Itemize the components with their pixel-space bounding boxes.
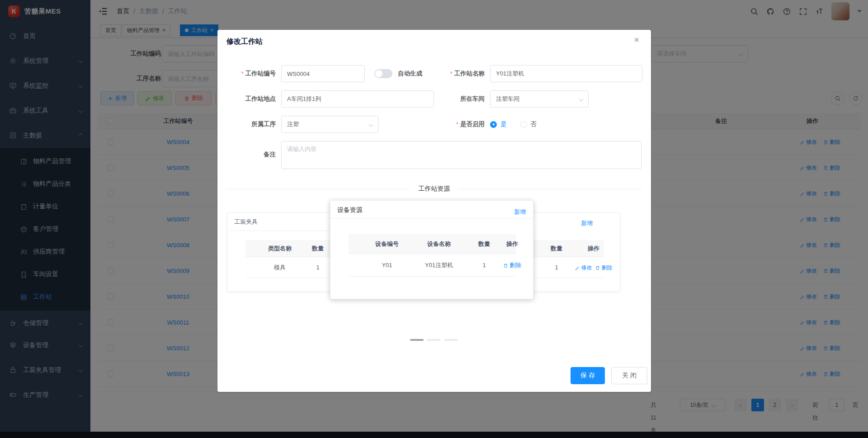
enabled-label: 是否启用 <box>416 116 485 133</box>
workshop-select[interactable]: 注塑车间 <box>490 90 589 108</box>
auto-generate-toggle[interactable] <box>374 69 392 78</box>
remark-label: 备注 <box>217 146 276 163</box>
code-input[interactable] <box>281 65 365 82</box>
device-add-link[interactable]: 新增 <box>514 208 526 216</box>
enabled-radio-group: 是 否 <box>490 116 537 133</box>
pencil-icon <box>575 265 580 270</box>
radio-yes[interactable]: 是 <box>490 120 507 128</box>
radio-checked-icon <box>490 121 497 128</box>
right-panel-add-link[interactable]: 新增 <box>581 219 593 227</box>
code-label: 工作站编号 <box>217 65 276 82</box>
chevron-down-icon <box>369 122 373 127</box>
name-input[interactable] <box>490 65 642 82</box>
device-row: Y01 Y01注塑机 1 删除 <box>349 254 516 277</box>
trash-icon <box>595 265 600 270</box>
chevron-down-icon <box>579 97 584 101</box>
modal-title: 修改工作站 <box>226 37 263 47</box>
workshop-label: 所在车间 <box>416 90 485 108</box>
carousel-dash[interactable] <box>444 339 458 341</box>
resource-carousel-indicators <box>410 339 458 341</box>
resources-divider: 工作站资源 <box>226 189 642 189</box>
app-window: K 苦糖果MES 首页 系统管理 系统监控 系统工具 主数据 <box>0 0 868 438</box>
close-button[interactable]: 关 闭 <box>611 367 647 384</box>
right-row-delete-link[interactable]: 删除 <box>595 257 613 278</box>
radio-no[interactable]: 否 <box>520 120 537 128</box>
resources-divider-label: 工作站资源 <box>410 185 458 193</box>
remark-textarea[interactable] <box>281 141 642 169</box>
device-table: 设备编号 设备名称 数量 操作 Y01 Y01注塑机 1 删除 <box>349 234 516 277</box>
radio-unchecked-icon <box>520 121 527 128</box>
edit-workstation-modal: 修改工作站 × 工作站编号 自动生成 工作站名称 工作站地点 所在车间 注塑车间… <box>217 30 651 392</box>
modal-close-icon[interactable]: × <box>634 35 639 44</box>
right-row-edit-link[interactable]: 修改 <box>575 257 592 278</box>
device-delete-link[interactable]: 删除 <box>503 254 521 277</box>
process-select[interactable]: 注塑 <box>281 116 378 133</box>
name-label: 工作站名称 <box>416 65 485 82</box>
trash-icon <box>503 263 508 268</box>
carousel-dash[interactable] <box>427 339 441 341</box>
carousel-dash-active[interactable] <box>410 339 424 341</box>
location-label: 工作站地点 <box>217 90 276 108</box>
location-input[interactable] <box>281 90 434 108</box>
device-popup-header: 设备资源 新增 <box>330 201 533 219</box>
save-button[interactable]: 保 存 <box>571 367 605 384</box>
process-label: 所属工序 <box>217 116 276 133</box>
device-resource-popup: 设备资源 新增 设备编号 设备名称 数量 操作 Y01 Y01注塑机 1 删除 <box>330 200 533 299</box>
device-popup-title: 设备资源 <box>337 201 363 219</box>
